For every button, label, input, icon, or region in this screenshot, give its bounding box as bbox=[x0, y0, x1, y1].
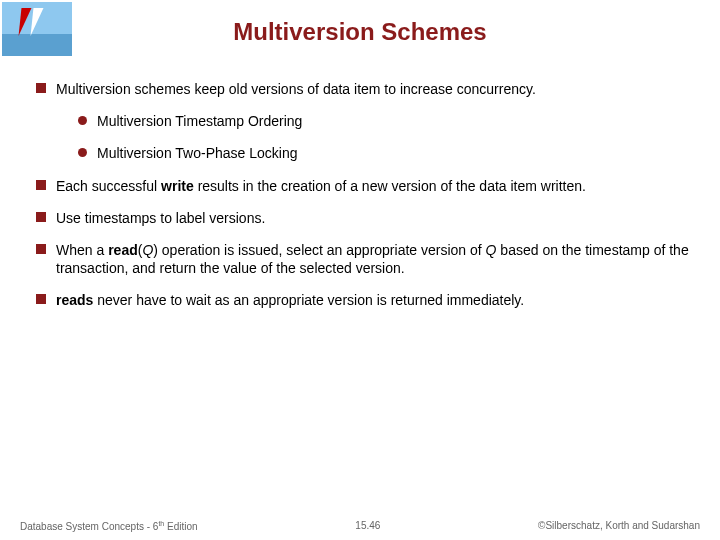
square-bullet-icon bbox=[36, 212, 46, 222]
bullet-item: Use timestamps to label versions. bbox=[36, 209, 696, 227]
text-run: Database System Concepts - 6 bbox=[20, 521, 158, 532]
footer-left: Database System Concepts - 6th Edition bbox=[20, 520, 198, 532]
bullet-text: When a read(Q) operation is issued, sele… bbox=[56, 241, 696, 277]
text-run: never have to wait as an appropriate ver… bbox=[93, 292, 524, 308]
sub-bullet-item: Multiversion Two-Phase Locking bbox=[78, 144, 696, 162]
text-run-italic: Q bbox=[142, 242, 153, 258]
bullet-text: Multiversion Two-Phase Locking bbox=[97, 144, 298, 162]
text-run-italic: Q bbox=[486, 242, 497, 258]
sail-shape bbox=[19, 8, 32, 36]
text-run: Edition bbox=[164, 521, 197, 532]
footer-right: ©Silberschatz, Korth and Sudarshan bbox=[538, 520, 700, 532]
bullet-item: When a read(Q) operation is issued, sele… bbox=[36, 241, 696, 277]
text-run-bold: read bbox=[108, 242, 138, 258]
square-bullet-icon bbox=[36, 180, 46, 190]
bullet-text: Use timestamps to label versions. bbox=[56, 209, 265, 227]
bullet-item: reads never have to wait as an appropria… bbox=[36, 291, 696, 309]
text-run-bold: reads bbox=[56, 292, 93, 308]
square-bullet-icon bbox=[36, 244, 46, 254]
square-bullet-icon bbox=[36, 83, 46, 93]
text-run-bold: write bbox=[161, 178, 194, 194]
text-run: ) operation is issued, select an appropr… bbox=[153, 242, 485, 258]
sail-shape-2 bbox=[31, 8, 44, 36]
slide-body: Multiversion schemes keep old versions o… bbox=[36, 80, 696, 324]
bullet-text: Multiversion schemes keep old versions o… bbox=[56, 80, 536, 98]
bullet-text: reads never have to wait as an appropria… bbox=[56, 291, 524, 309]
corner-image bbox=[2, 2, 72, 56]
bullet-text: Multiversion Timestamp Ordering bbox=[97, 112, 302, 130]
bullet-item: Each successful write results in the cre… bbox=[36, 177, 696, 195]
slide-footer: Database System Concepts - 6th Edition 1… bbox=[0, 520, 720, 532]
sub-bullet-item: Multiversion Timestamp Ordering bbox=[78, 112, 696, 130]
dot-bullet-icon bbox=[78, 116, 87, 125]
dot-bullet-icon bbox=[78, 148, 87, 157]
text-run: Each successful bbox=[56, 178, 161, 194]
bullet-text: Each successful write results in the cre… bbox=[56, 177, 586, 195]
footer-center: 15.46 bbox=[355, 520, 380, 532]
text-run: When a bbox=[56, 242, 108, 258]
slide-title: Multiversion Schemes bbox=[0, 0, 720, 46]
square-bullet-icon bbox=[36, 294, 46, 304]
bullet-item: Multiversion schemes keep old versions o… bbox=[36, 80, 696, 98]
text-run: results in the creation of a new version… bbox=[194, 178, 586, 194]
